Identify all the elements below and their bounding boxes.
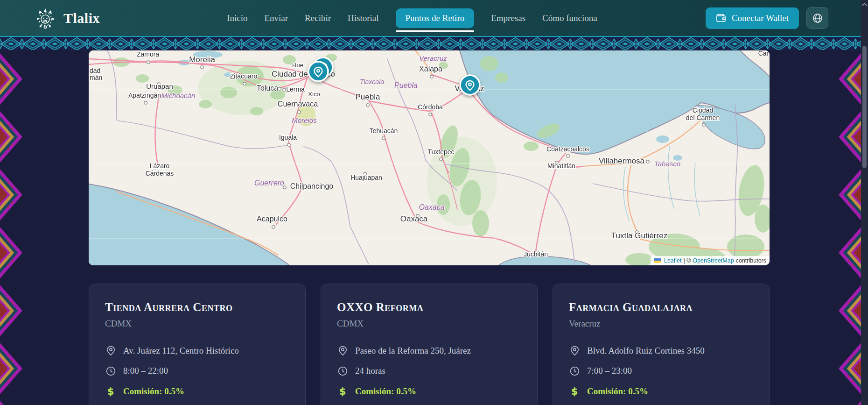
- scrollbar-up-arrow[interactable]: [862, 3, 867, 6]
- map-label: Ciudad: [693, 107, 713, 114]
- decorative-zigzag-right: [836, 50, 861, 405]
- map-city-dot: [382, 137, 385, 140]
- map-pin-icon: [569, 346, 580, 356]
- map-city-dot: [283, 186, 286, 189]
- location-hours: 7:00 – 23:00: [587, 366, 632, 376]
- map-label: Cárdenas: [146, 170, 174, 177]
- map-label: Juchitán: [524, 250, 548, 258]
- nav-recibir[interactable]: Recibir: [305, 13, 331, 23]
- brand[interactable]: Tlalix: [34, 7, 100, 30]
- contributors-label: contributors: [736, 257, 766, 264]
- map-label: Iguala: [279, 134, 297, 141]
- map-label: Oaxaca: [419, 203, 444, 211]
- map-label: del Carmen: [686, 114, 720, 121]
- map-label: Chilpancingo: [290, 182, 334, 190]
- dollar-icon: $: [105, 386, 116, 397]
- withdrawal-points-list: Tienda Aurrera Centro CDMX Av. Juárez 11…: [89, 284, 770, 405]
- location-card-aurrera: Tienda Aurrera Centro CDMX Av. Juárez 11…: [89, 284, 306, 405]
- location-card-oxxo: OXXO Reforma CDMX Paseo de la Reforma 25…: [321, 284, 538, 405]
- nav-historial[interactable]: Historial: [348, 13, 379, 23]
- location-hours-row: 8:00 – 22:00: [105, 366, 289, 376]
- map-label: Tehuacán: [370, 127, 398, 135]
- map-pin-icon: [337, 346, 348, 356]
- location-address: Blvd. Adolfo Ruiz Cortines 3450: [587, 346, 705, 356]
- map-label: Zitácuaro: [230, 72, 258, 80]
- map-city-dot: [430, 75, 433, 78]
- map-label: Tuxtla Gutiérrez: [611, 231, 667, 240]
- map-label: Apatzingán: [128, 92, 161, 99]
- location-title: Tienda Aurrera Centro: [105, 301, 289, 314]
- map-label: Uruapan: [146, 82, 173, 90]
- location-city: Veracruz: [569, 319, 753, 329]
- language-globe-button[interactable]: [806, 7, 828, 29]
- withdrawal-points-map[interactable]: ZamoraMoreliaZitácuaroUruapanApatzingánM…: [89, 50, 770, 265]
- map-marker-icon[interactable]: [460, 75, 480, 95]
- nav-empresas[interactable]: Empresas: [491, 13, 525, 23]
- map-city-dot: [144, 101, 147, 104]
- map-label: Xalapa: [419, 65, 442, 73]
- leaflet-link[interactable]: Leaflet: [664, 257, 682, 264]
- map-label: Puebla: [394, 81, 418, 89]
- location-address-row: Blvd. Adolfo Ruiz Cortines 3450: [569, 346, 753, 356]
- nav-enviar[interactable]: Enviar: [264, 13, 288, 23]
- decorative-zigzag-left: [0, 50, 25, 405]
- location-title: OXXO Reforma: [337, 301, 521, 314]
- map-label: Villahermosa: [599, 156, 645, 165]
- app: Tlalix Inicio Enviar Recibir Historial P…: [0, 0, 868, 405]
- location-card-farmacia: Farmacia Guadalajara Veracruz Blvd. Adol…: [553, 284, 770, 405]
- nav-puntos-de-retiro[interactable]: Puntos de Retiro: [396, 8, 475, 28]
- map-label: Veracruz: [419, 54, 447, 62]
- clock-icon: [569, 366, 580, 376]
- map-label: Car: [758, 50, 769, 57]
- map-label: Coatzacoalcos: [546, 145, 589, 153]
- dollar-icon: $: [569, 386, 580, 397]
- map-label: dad: [90, 67, 100, 74]
- map-label: Minatitlán: [547, 162, 575, 170]
- attribution-separator: | ©: [684, 257, 691, 264]
- page-scrollbar[interactable]: [861, 0, 868, 405]
- location-hours: 8:00 – 22:00: [123, 366, 168, 376]
- map-label: Acapulco: [257, 215, 287, 223]
- location-address: Paseo de la Reforma 250, Juárez: [355, 346, 471, 356]
- map-city-dot: [440, 158, 442, 161]
- map-label: Morelia: [189, 55, 215, 64]
- globe-icon: [812, 13, 823, 24]
- nav-inicio[interactable]: Inicio: [227, 13, 247, 23]
- map-label: Huajuapan: [350, 174, 382, 181]
- map-city-dot: [646, 160, 649, 163]
- location-address-row: Av. Juárez 112, Centro Histórico: [105, 346, 289, 356]
- clock-icon: [105, 366, 116, 376]
- connect-wallet-button[interactable]: Conectar Wallet: [706, 7, 799, 29]
- location-city: CDMX: [337, 319, 521, 329]
- map-marker-icon[interactable]: [308, 62, 328, 81]
- map-city-dot: [272, 226, 275, 228]
- map-city-dot: [298, 111, 301, 114]
- map-label: Córdoba: [418, 103, 443, 111]
- map-city-dot: [567, 155, 569, 157]
- main-nav: Inicio Enviar Recibir Historial Puntos d…: [208, 8, 597, 28]
- location-address: Av. Juárez 112, Centro Histórico: [123, 346, 239, 356]
- map-label: Tuxtepec: [427, 148, 454, 156]
- map-label: mán: [90, 74, 102, 81]
- header-actions: Conectar Wallet: [706, 7, 828, 29]
- location-city: CDMX: [105, 319, 289, 329]
- map-label: Hue: [292, 62, 303, 69]
- map-city-dot: [366, 104, 369, 107]
- map-label: Lázaro: [150, 162, 170, 170]
- leaflet-flag-icon: [654, 258, 661, 263]
- top-navigation-bar: Tlalix Inicio Enviar Recibir Historial P…: [0, 0, 861, 36]
- scrollbar-thumb[interactable]: [862, 46, 867, 168]
- map-label: Cuernavaca: [278, 100, 318, 108]
- location-hours-row: 24 horas: [337, 366, 521, 376]
- location-commission-row: $ Comisión: 0.5%: [337, 386, 521, 397]
- brand-name: Tlalix: [63, 10, 100, 26]
- location-commission-row: $ Comisión: 0.5%: [105, 386, 289, 397]
- map-label: Tlaxcala: [360, 78, 384, 85]
- openstreetmap-link[interactable]: OpenStreetMap: [693, 257, 734, 264]
- map-label: Morelos: [292, 116, 317, 124]
- nav-como-funciona[interactable]: Cómo funciona: [542, 13, 597, 23]
- map-label: Guerrero: [254, 179, 284, 187]
- map-city-dot: [243, 82, 246, 85]
- wallet-icon: [716, 14, 726, 22]
- tlalix-aztec-logo-icon: [34, 7, 57, 30]
